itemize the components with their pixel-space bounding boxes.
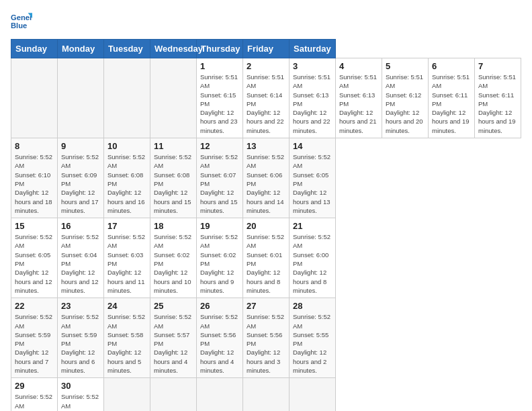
day-info: Sunrise: 5:51 AMSunset: 6:12 PMDaylight:… <box>386 73 425 135</box>
weekday-header-friday: Friday <box>243 40 290 58</box>
calendar-week-row: 1Sunrise: 5:51 AMSunset: 6:15 PMDaylight… <box>11 58 521 138</box>
day-number: 23 <box>61 301 100 311</box>
calendar-cell: 30Sunrise: 5:52 AMSunset: 5:53 PMDayligh… <box>58 378 104 411</box>
calendar-cell <box>243 378 290 411</box>
calendar-cell: 19Sunrise: 5:52 AMSunset: 6:02 PMDayligh… <box>197 218 243 298</box>
day-number: 7 <box>478 61 517 71</box>
calendar-cell: 4Sunrise: 5:51 AMSunset: 6:13 PMDaylight… <box>336 58 382 138</box>
weekday-header-row: SundayMondayTuesdayWednesdayThursdayFrid… <box>11 40 521 58</box>
weekday-header-wednesday: Wednesday <box>150 40 197 58</box>
calendar-week-row: 29Sunrise: 5:52 AMSunset: 5:54 PMDayligh… <box>11 378 521 411</box>
day-number: 17 <box>107 221 146 231</box>
day-number: 10 <box>107 141 146 151</box>
day-number: 30 <box>61 381 100 391</box>
calendar-cell: 13Sunrise: 5:52 AMSunset: 6:06 PMDayligh… <box>243 138 290 218</box>
calendar-week-row: 22Sunrise: 5:52 AMSunset: 5:59 PMDayligh… <box>11 298 521 378</box>
weekday-header-sunday: Sunday <box>11 40 58 58</box>
day-info: Sunrise: 5:52 AMSunset: 5:56 PMDaylight:… <box>247 312 285 375</box>
day-number: 13 <box>247 141 285 151</box>
day-number: 14 <box>293 141 332 151</box>
day-info: Sunrise: 5:52 AMSunset: 5:55 PMDaylight:… <box>293 312 332 375</box>
day-number: 6 <box>432 61 471 71</box>
day-info: Sunrise: 5:52 AMSunset: 6:08 PMDaylight:… <box>107 152 146 215</box>
calendar-cell: 11Sunrise: 5:52 AMSunset: 6:08 PMDayligh… <box>150 138 197 218</box>
day-number: 29 <box>15 381 54 391</box>
calendar-cell <box>11 58 58 138</box>
day-number: 18 <box>154 221 193 231</box>
calendar-cell <box>104 58 150 138</box>
calendar-cell: 21Sunrise: 5:52 AMSunset: 6:00 PMDayligh… <box>290 218 336 298</box>
calendar-cell: 3Sunrise: 5:51 AMSunset: 6:13 PMDaylight… <box>290 58 336 138</box>
day-info: Sunrise: 5:52 AMSunset: 6:10 PMDaylight:… <box>15 152 54 215</box>
calendar-cell: 23Sunrise: 5:52 AMSunset: 5:59 PMDayligh… <box>58 298 104 378</box>
weekday-header-monday: Monday <box>58 40 104 58</box>
calendar-cell: 17Sunrise: 5:52 AMSunset: 6:03 PMDayligh… <box>104 218 150 298</box>
day-info: Sunrise: 5:52 AMSunset: 5:57 PMDaylight:… <box>154 312 193 375</box>
day-info: Sunrise: 5:52 AMSunset: 6:08 PMDaylight:… <box>154 152 193 215</box>
calendar-week-row: 8Sunrise: 5:52 AMSunset: 6:10 PMDaylight… <box>11 138 521 218</box>
day-info: Sunrise: 5:52 AMSunset: 5:59 PMDaylight:… <box>15 312 54 375</box>
day-number: 20 <box>247 221 285 231</box>
day-number: 19 <box>200 221 239 231</box>
day-info: Sunrise: 5:52 AMSunset: 6:01 PMDaylight:… <box>247 232 285 295</box>
day-info: Sunrise: 5:52 AMSunset: 5:53 PMDaylight:… <box>61 392 100 411</box>
day-number: 22 <box>15 301 54 311</box>
day-number: 5 <box>386 61 425 71</box>
day-info: Sunrise: 5:52 AMSunset: 5:54 PMDaylight:… <box>15 392 54 411</box>
calendar-cell <box>150 58 197 138</box>
calendar-cell: 28Sunrise: 5:52 AMSunset: 5:55 PMDayligh… <box>290 298 336 378</box>
calendar-cell: 14Sunrise: 5:52 AMSunset: 6:05 PMDayligh… <box>290 138 336 218</box>
calendar-cell: 20Sunrise: 5:52 AMSunset: 6:01 PMDayligh… <box>243 218 290 298</box>
day-info: Sunrise: 5:52 AMSunset: 6:02 PMDaylight:… <box>200 232 239 295</box>
day-number: 4 <box>339 61 378 71</box>
calendar-cell: 16Sunrise: 5:52 AMSunset: 6:04 PMDayligh… <box>58 218 104 298</box>
page-header: General Blue <box>11 11 521 32</box>
day-number: 3 <box>293 61 332 71</box>
day-info: Sunrise: 5:52 AMSunset: 6:00 PMDaylight:… <box>293 232 332 295</box>
day-info: Sunrise: 5:52 AMSunset: 5:59 PMDaylight:… <box>61 312 100 375</box>
day-number: 8 <box>15 141 54 151</box>
day-number: 2 <box>247 61 285 71</box>
day-number: 28 <box>293 301 332 311</box>
calendar-cell: 8Sunrise: 5:52 AMSunset: 6:10 PMDaylight… <box>11 138 58 218</box>
svg-text:Blue: Blue <box>11 21 27 30</box>
calendar-cell <box>290 378 336 411</box>
calendar-cell: 27Sunrise: 5:52 AMSunset: 5:56 PMDayligh… <box>243 298 290 378</box>
calendar-cell: 12Sunrise: 5:52 AMSunset: 6:07 PMDayligh… <box>197 138 243 218</box>
day-number: 1 <box>200 61 239 71</box>
day-info: Sunrise: 5:52 AMSunset: 5:56 PMDaylight:… <box>200 312 239 375</box>
day-info: Sunrise: 5:51 AMSunset: 6:13 PMDaylight:… <box>339 73 378 135</box>
day-number: 12 <box>200 141 239 151</box>
calendar-cell: 18Sunrise: 5:52 AMSunset: 6:02 PMDayligh… <box>150 218 197 298</box>
calendar-cell: 22Sunrise: 5:52 AMSunset: 5:59 PMDayligh… <box>11 298 58 378</box>
calendar-cell: 26Sunrise: 5:52 AMSunset: 5:56 PMDayligh… <box>197 298 243 378</box>
calendar-cell: 25Sunrise: 5:52 AMSunset: 5:57 PMDayligh… <box>150 298 197 378</box>
day-number: 9 <box>61 141 100 151</box>
day-number: 26 <box>200 301 239 311</box>
weekday-header-thursday: Thursday <box>197 40 243 58</box>
svg-text:General: General <box>11 13 32 21</box>
day-number: 21 <box>293 221 332 231</box>
calendar-cell: 24Sunrise: 5:52 AMSunset: 5:58 PMDayligh… <box>104 298 150 378</box>
day-info: Sunrise: 5:51 AMSunset: 6:15 PMDaylight:… <box>200 73 239 135</box>
calendar-cell <box>197 378 243 411</box>
day-info: Sunrise: 5:52 AMSunset: 6:02 PMDaylight:… <box>154 232 193 295</box>
day-number: 15 <box>15 221 54 231</box>
day-info: Sunrise: 5:51 AMSunset: 6:11 PMDaylight:… <box>432 73 471 135</box>
day-info: Sunrise: 5:52 AMSunset: 5:58 PMDaylight:… <box>107 312 146 375</box>
day-info: Sunrise: 5:52 AMSunset: 6:05 PMDaylight:… <box>293 152 332 215</box>
logo-icon: General Blue <box>11 11 32 32</box>
day-info: Sunrise: 5:52 AMSunset: 6:04 PMDaylight:… <box>61 232 100 295</box>
calendar-cell: 10Sunrise: 5:52 AMSunset: 6:08 PMDayligh… <box>104 138 150 218</box>
calendar-cell: 1Sunrise: 5:51 AMSunset: 6:15 PMDaylight… <box>197 58 243 138</box>
calendar-cell <box>104 378 150 411</box>
day-info: Sunrise: 5:52 AMSunset: 6:09 PMDaylight:… <box>61 152 100 215</box>
calendar-cell: 7Sunrise: 5:51 AMSunset: 6:11 PMDaylight… <box>475 58 521 138</box>
calendar-week-row: 15Sunrise: 5:52 AMSunset: 6:05 PMDayligh… <box>11 218 521 298</box>
calendar-cell: 2Sunrise: 5:51 AMSunset: 6:14 PMDaylight… <box>243 58 290 138</box>
day-number: 11 <box>154 141 193 151</box>
day-number: 24 <box>107 301 146 311</box>
calendar-cell: 15Sunrise: 5:52 AMSunset: 6:05 PMDayligh… <box>11 218 58 298</box>
calendar-cell: 9Sunrise: 5:52 AMSunset: 6:09 PMDaylight… <box>58 138 104 218</box>
calendar-cell <box>58 58 104 138</box>
